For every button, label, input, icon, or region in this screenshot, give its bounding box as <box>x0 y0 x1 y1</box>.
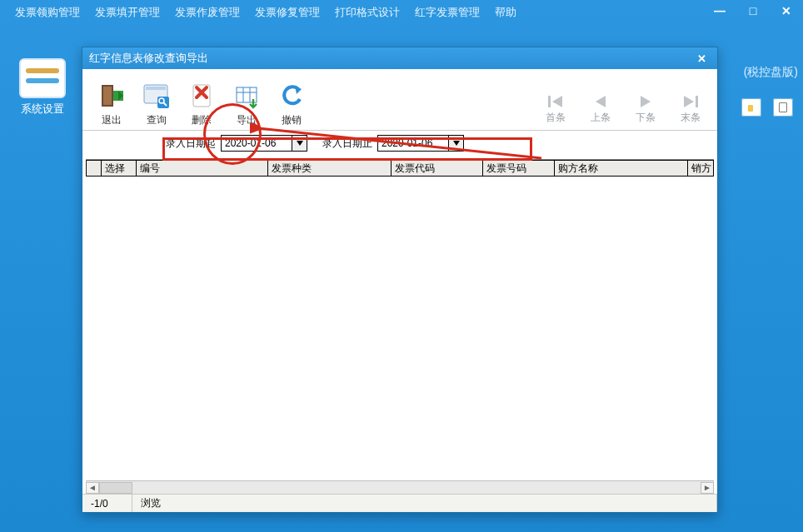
query-dialog: 红字信息表修改查询导出 ✕ 退出 查询 <box>82 47 718 513</box>
menu-print-format[interactable]: 打印格式设计 <box>328 2 406 22</box>
export-button[interactable]: 导出 <box>224 73 269 127</box>
svg-rect-12 <box>548 96 551 107</box>
nav-last-button[interactable]: 末条 <box>672 94 709 125</box>
query-icon <box>142 82 171 110</box>
record-nav: 首条 上条 下条 末条 <box>537 94 709 125</box>
dropdown-arrow-icon[interactable] <box>448 136 463 151</box>
data-grid[interactable]: 选择 编号 发票种类 发票代码 发票号码 购方名称 销方 ▶ ◄ ► <box>86 159 714 494</box>
menu-invoice-repair[interactable]: 发票修复管理 <box>248 2 327 22</box>
date-from-label: 录入日期起 <box>166 137 216 151</box>
horizontal-scrollbar[interactable]: ◄ ► <box>86 480 714 494</box>
nav-first-label: 首条 <box>546 111 566 125</box>
menu-invoice-fill[interactable]: 发票填开管理 <box>88 2 167 22</box>
nav-prev-button[interactable]: 上条 <box>582 94 619 125</box>
col-indicator <box>86 160 102 176</box>
menu-red-invoice[interactable]: 红字发票管理 <box>408 2 486 22</box>
lock-icon[interactable] <box>741 98 761 117</box>
undo-icon <box>277 82 306 110</box>
col-invoice-code[interactable]: 发票代码 <box>392 160 483 176</box>
nav-prev-label: 上条 <box>591 111 611 125</box>
close-button[interactable]: ✕ <box>770 0 803 22</box>
dialog-close-button[interactable]: ✕ <box>692 50 711 67</box>
left-rail: 系统设置 <box>7 58 78 117</box>
settings-icon[interactable] <box>19 58 66 98</box>
nav-last-label: 末条 <box>681 111 701 125</box>
query-label: 查询 <box>147 113 167 127</box>
delete-icon <box>187 82 216 110</box>
edition-badge: (税控盘版) <box>744 65 798 80</box>
nav-next-button[interactable]: 下条 <box>627 94 664 125</box>
status-counter: -1/0 <box>82 495 132 512</box>
undo-label: 撤销 <box>282 113 302 127</box>
scroll-thumb[interactable] <box>99 482 132 494</box>
main-window: — □ ✕ 发票领购管理 发票填开管理 发票作废管理 发票修复管理 打印格式设计… <box>0 0 803 532</box>
query-button[interactable]: 查询 <box>134 73 179 127</box>
grid-header: 选择 编号 发票种类 发票代码 发票号码 购方名称 销方 <box>86 160 714 177</box>
delete-label: 删除 <box>192 113 212 127</box>
status-bar: -1/0 浏览 <box>82 494 717 512</box>
exit-label: 退出 <box>102 113 122 127</box>
dropdown-arrow-icon[interactable] <box>292 136 307 151</box>
date-to-label: 录入日期止 <box>322 137 372 151</box>
nav-first-button[interactable]: 首条 <box>537 94 574 125</box>
col-seller[interactable]: 销方 <box>688 160 714 176</box>
date-to-combo[interactable] <box>377 135 464 152</box>
nav-first-icon <box>546 94 566 109</box>
window-controls: — □ ✕ <box>703 0 803 22</box>
col-invoice-no[interactable]: 发票号码 <box>483 160 555 176</box>
undo-button[interactable]: 撤销 <box>269 73 314 127</box>
svg-rect-3 <box>146 87 166 90</box>
menu-bar: 发票领购管理 发票填开管理 发票作废管理 发票修复管理 打印格式设计 红字发票管… <box>8 2 523 22</box>
date-from-input[interactable] <box>222 137 292 149</box>
dialog-toolbar: 退出 查询 删除 导出 <box>82 69 717 131</box>
col-buyer-name[interactable]: 购方名称 <box>555 160 688 176</box>
menu-invoice-purchase[interactable]: 发票领购管理 <box>8 2 87 22</box>
status-mode: 浏览 <box>132 495 717 512</box>
settings-label: 系统设置 <box>7 102 78 117</box>
exit-button[interactable]: 退出 <box>89 73 134 127</box>
clipboard-icon[interactable] <box>773 98 793 117</box>
svg-rect-1 <box>103 87 112 105</box>
maximize-button[interactable]: □ <box>736 0 770 22</box>
export-icon <box>232 82 261 110</box>
date-from-combo[interactable] <box>221 135 307 152</box>
filter-row: 录入日期起 录入日期止 <box>82 131 717 156</box>
menu-help[interactable]: 帮助 <box>488 2 523 22</box>
delete-button[interactable]: 删除 <box>179 73 224 127</box>
export-label: 导出 <box>237 113 257 127</box>
scroll-left-button[interactable]: ◄ <box>86 482 99 494</box>
col-invoice-type[interactable]: 发票种类 <box>268 160 392 176</box>
dialog-titlebar[interactable]: 红字信息表修改查询导出 ✕ <box>82 47 717 69</box>
menu-invoice-void[interactable]: 发票作废管理 <box>168 2 247 22</box>
nav-prev-icon <box>591 94 611 109</box>
date-to-input[interactable] <box>378 137 448 149</box>
nav-next-label: 下条 <box>636 111 656 125</box>
dialog-title: 红字信息表修改查询导出 <box>89 51 208 66</box>
grid-body[interactable] <box>86 177 714 480</box>
col-number[interactable]: 编号 <box>137 160 268 176</box>
minimize-button[interactable]: — <box>703 0 736 22</box>
svg-rect-13 <box>696 96 698 107</box>
scroll-right-button[interactable]: ► <box>701 482 714 494</box>
exit-icon <box>97 82 126 110</box>
tray-icons <box>741 98 793 117</box>
col-select[interactable]: 选择 <box>102 160 137 176</box>
nav-last-icon <box>681 94 701 109</box>
nav-next-icon <box>636 94 656 109</box>
